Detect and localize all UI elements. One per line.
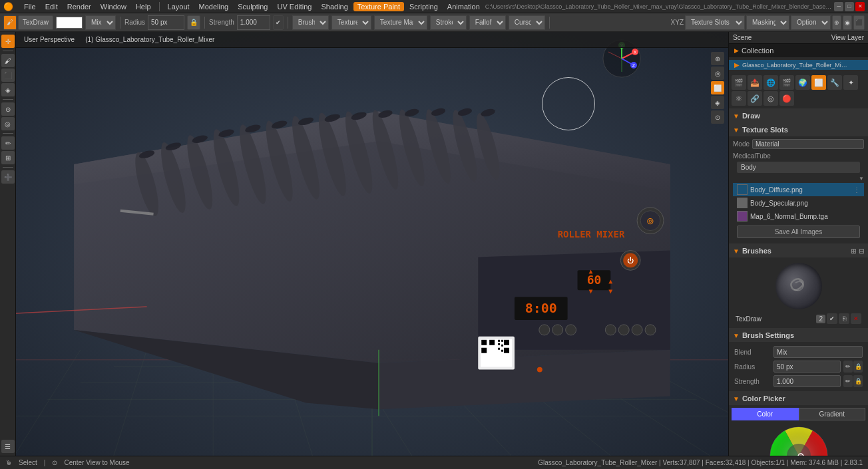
radius-lock-icon[interactable]: 🔒 (853, 361, 863, 373)
texture-mask-select[interactable]: Texture Mask ▼ (374, 15, 427, 30)
strength-lock-icon[interactable]: 🔒 (853, 375, 863, 387)
texture-file-1[interactable]: Body_Specular.png (733, 196, 864, 210)
brush-color-box[interactable] (56, 17, 83, 29)
tool-draw[interactable]: 🖌 (1, 54, 15, 67)
strength-edit-icon[interactable]: ✏ (843, 375, 853, 387)
tool-mask[interactable]: ◈ (1, 83, 15, 96)
strength-input[interactable] (237, 15, 270, 30)
texture-file-0[interactable]: Body_Diffuse.png ⋮ (733, 183, 864, 196)
falloff-select[interactable]: Falloff ▼ (469, 15, 506, 30)
viewport-btn-2[interactable]: ◉ (843, 15, 852, 30)
viewport-icon-2[interactable]: ◎ (711, 67, 724, 80)
tool-clone[interactable]: ◎ (1, 117, 15, 130)
menu-texture-paint[interactable]: Texture Paint (353, 2, 404, 11)
color-picker-header[interactable]: ▼ Color Picker (729, 392, 868, 405)
menu-render[interactable]: Render (63, 2, 95, 11)
menu-scripting[interactable]: Scripting (405, 2, 442, 11)
object-info-label: Glassco_Laboratory_Tube_Roller_Mixer | V… (538, 459, 863, 466)
radius-setting-value[interactable]: 50 px (773, 361, 841, 373)
cursor-select[interactable]: Cursor ▼ (509, 15, 545, 30)
menu-shading[interactable]: Shading (317, 2, 351, 11)
viewport-btn-1[interactable]: ⊕ (832, 15, 841, 30)
menu-animation[interactable]: Animation (443, 2, 484, 11)
menu-layout[interactable]: Layout (164, 2, 194, 11)
texture-slots-select[interactable]: Texture Slots ▼ (685, 15, 745, 30)
svg-point-76 (552, 325, 563, 335)
prop-object-icon[interactable]: ⬜ (811, 75, 826, 90)
svg-text:▲: ▲ (588, 267, 592, 275)
strength-checkbox[interactable]: ✔ (273, 15, 284, 30)
stroke-select[interactable]: Stroke ▼ (430, 15, 467, 30)
texture-thumb-1 (737, 198, 748, 208)
blend-setting-value[interactable]: Mix (773, 346, 863, 358)
tool-settings[interactable]: ☰ (1, 440, 15, 453)
prop-material-icon[interactable]: 🔴 (779, 91, 794, 106)
save-all-images-button[interactable]: Save All Images (737, 226, 860, 238)
viewport-btn-3[interactable]: ⬛ (853, 15, 865, 30)
prop-view-layer-icon[interactable]: 🌐 (763, 75, 778, 90)
close-button[interactable]: ✕ (855, 2, 865, 11)
tool-smear[interactable]: ⊙ (1, 102, 15, 116)
menu-sculpting[interactable]: Sculpting (234, 2, 272, 11)
radius-input[interactable] (148, 15, 184, 30)
menu-help[interactable]: Help (132, 2, 155, 11)
blend-mode-select[interactable]: Mix (85, 15, 116, 30)
menu-file[interactable]: File (20, 2, 40, 11)
color-tab-gradient[interactable]: Gradient (799, 408, 866, 420)
viewport-icon-1[interactable]: ⊕ (711, 52, 724, 65)
menu-modeling[interactable]: Modeling (195, 2, 233, 11)
brushes-section-header[interactable]: ▼ Brushes ⊞ ⊟ (729, 244, 868, 257)
mode-value[interactable]: Material (752, 139, 864, 149)
prop-particles-icon[interactable]: ✦ (843, 75, 858, 90)
window-controls: ─ □ ✕ (834, 2, 865, 11)
menu-uv-editing[interactable]: UV Editing (273, 2, 316, 11)
tool-add[interactable]: ➕ (1, 170, 15, 184)
viewport-icon-4[interactable]: ◈ (711, 96, 724, 109)
options-select[interactable]: Options ▼ (791, 15, 831, 30)
prop-output-icon[interactable]: 📤 (748, 75, 762, 90)
menu-edit[interactable]: Edit (41, 2, 62, 11)
radius-edit-icon[interactable]: ✏ (843, 361, 853, 373)
menu-window[interactable]: Window (97, 2, 130, 11)
tool-annotate[interactable]: ✏ (1, 136, 15, 150)
color-tab-color[interactable]: Color (732, 408, 799, 420)
body-material-item[interactable]: Body (737, 162, 860, 173)
expand-icon: ▼ (733, 174, 864, 183)
texture-slots-header[interactable]: ▼ Texture Slots (729, 123, 868, 136)
tool-fill[interactable]: ⬛ (1, 69, 15, 82)
brush-preview (775, 263, 822, 309)
brush-check-icon[interactable]: ✔ (827, 313, 837, 324)
viewport[interactable]: User Perspective (1) Glassco_Laboratory_… (16, 32, 728, 456)
draw-section-header[interactable]: ▼ Draw (729, 109, 868, 122)
scene-object-item[interactable]: ▶ Glassco_Laboratory_Tube_Roller_Mixer (729, 60, 868, 70)
prop-physics-icon[interactable]: ⚛ (732, 91, 746, 106)
prop-constraints-icon[interactable]: 🔗 (748, 91, 762, 106)
vp-object-name[interactable]: (1) Glassco_Laboratory_Tube_Roller_Mixer (81, 35, 218, 44)
minimize-button[interactable]: ─ (834, 2, 843, 11)
tool-measure[interactable]: ⊞ (1, 151, 15, 164)
masking-select[interactable]: Masking ▼ (746, 15, 789, 30)
prop-scene-icon[interactable]: 🎬 (779, 75, 794, 90)
tool-cursor[interactable]: ✛ (1, 35, 15, 48)
viewport-icon-5[interactable]: ⊙ (711, 110, 724, 124)
strength-setting-value[interactable]: 1.000 (773, 375, 841, 387)
prop-world-icon[interactable]: 🌍 (795, 75, 810, 90)
texture-file-2[interactable]: Map_6_Normal_Bump.tga (733, 210, 864, 223)
svg-rect-68 (498, 348, 500, 350)
brush-select[interactable]: Brush ▼ (292, 15, 329, 30)
prop-render-icon[interactable]: 🎬 (732, 75, 746, 90)
brushes-content: TexDraw 2 ✔ ⎘ ✕ (729, 257, 868, 328)
vp-perspective-btn[interactable]: User Perspective (20, 35, 79, 44)
blend-setting-row: Blend Mix (734, 345, 863, 359)
texture-settings-icon-0[interactable]: ⋮ (853, 186, 860, 194)
brush-copy-icon[interactable]: ⎘ (839, 313, 849, 324)
radius-lock-btn[interactable]: 🔒 (187, 15, 200, 30)
brush-settings-header[interactable]: ▼ Brush Settings (729, 329, 868, 342)
prop-data-icon[interactable]: ◎ (763, 91, 778, 106)
color-wheel[interactable] (769, 426, 829, 456)
prop-modifier-icon[interactable]: 🔧 (827, 75, 842, 90)
viewport-icon-3[interactable]: ⬜ (711, 81, 724, 94)
texture-select[interactable]: Texture ▼ (331, 15, 371, 30)
maximize-button[interactable]: □ (845, 2, 854, 11)
brush-delete-icon[interactable]: ✕ (851, 313, 861, 324)
